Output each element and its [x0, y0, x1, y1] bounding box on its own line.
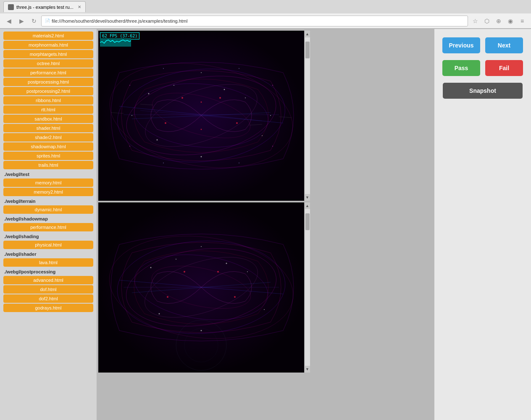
fail-button[interactable]: Fail — [485, 60, 523, 76]
sidebar-item[interactable]: sprites.html — [3, 152, 93, 160]
svg-point-26 — [201, 129, 202, 130]
nav-bar: ◀ ▶ ↻ 📄 file:///home/southerd/devel/sout… — [0, 13, 531, 29]
sidebar-section: ./webgl/test — [2, 170, 95, 178]
extensions-button[interactable]: ⬡ — [481, 16, 492, 26]
top-canvas-scrollbar[interactable]: ▲ ▼ — [304, 31, 310, 201]
sidebar-item[interactable]: trails.html — [3, 161, 93, 169]
scroll-track[interactable] — [305, 209, 310, 366]
sidebar-item[interactable]: lava.html — [3, 258, 93, 267]
right-panel: Previous Next Pass Fail Snapshot — [434, 29, 531, 420]
svg-point-52 — [247, 271, 248, 272]
sidebar-item[interactable]: octree.html — [3, 59, 93, 68]
sidebar-section: ./webgl/shading — [2, 232, 95, 240]
sidebar-item[interactable]: advanced.html — [3, 276, 93, 284]
bookmark-button[interactable]: ☆ — [470, 16, 481, 26]
nav-button-row: Previous Next — [441, 37, 524, 53]
snapshot-button[interactable]: Snapshot — [443, 83, 523, 99]
sidebar-item[interactable]: postprocessing.html — [3, 78, 93, 86]
sidebar-item[interactable]: rtt.html — [3, 105, 93, 114]
scroll-thumb[interactable] — [305, 213, 310, 230]
tab-close-button[interactable]: ✕ — [78, 5, 81, 9]
svg-point-49 — [150, 267, 152, 268]
svg-point-51 — [226, 263, 227, 264]
center-pane[interactable]: 62 FPS (37-62) — [97, 29, 434, 420]
sidebar-item[interactable]: materials2.html — [3, 32, 93, 40]
scroll-thumb[interactable] — [305, 42, 310, 58]
top-canvas-wrapper: 62 FPS (37-62) — [98, 31, 433, 201]
snapshot-row: Snapshot — [441, 83, 524, 99]
svg-point-25 — [201, 102, 202, 103]
svg-point-24 — [236, 122, 238, 124]
svg-point-32 — [272, 85, 273, 86]
pass-button[interactable]: Pass — [442, 60, 480, 76]
sidebar-item[interactable]: dof.html — [3, 285, 93, 294]
sidebar-item[interactable]: shadowmap.html — [3, 142, 93, 151]
tab-title: three.js - examples test ru... — [16, 5, 74, 10]
svg-point-55 — [201, 246, 202, 247]
settings-button[interactable]: ⊕ — [493, 16, 504, 26]
browser-tab[interactable]: three.js - examples test ru... ✕ — [3, 1, 86, 12]
scroll-up-arrow[interactable]: ▲ — [305, 202, 309, 209]
top-canvas: 62 FPS (37-62) — [98, 31, 304, 201]
title-bar: three.js - examples test ru... ✕ — [0, 0, 531, 13]
url-text: file:///home/southerd/devel/southerd/thr… — [52, 18, 187, 24]
sidebar-item[interactable]: morphtargets.html — [3, 50, 93, 58]
sidebar-item[interactable]: dof2.html — [3, 294, 93, 303]
address-bar[interactable]: 📄 file:///home/southerd/devel/southerd/t… — [41, 16, 468, 26]
next-button[interactable]: Next — [485, 37, 523, 53]
svg-point-54 — [264, 309, 265, 310]
forward-button[interactable]: ▶ — [16, 16, 27, 26]
sidebar[interactable]: materials2.html morphnormals.html morpht… — [0, 29, 97, 420]
svg-point-37 — [163, 163, 164, 163]
svg-point-50 — [176, 259, 176, 260]
sidebar-item[interactable]: ribbons.html — [3, 96, 93, 105]
svg-point-31 — [129, 85, 130, 86]
bottom-particle-art — [98, 202, 304, 373]
sidebar-item[interactable]: shader.html — [3, 124, 93, 132]
svg-point-11 — [148, 93, 150, 94]
sidebar-item[interactable]: memory.html — [3, 178, 93, 187]
sidebar-item[interactable]: postprocessing2.html — [3, 87, 93, 95]
svg-point-13 — [224, 89, 225, 90]
svg-point-22 — [219, 97, 221, 99]
svg-point-36 — [239, 68, 239, 69]
sidebar-item[interactable]: shader2.html — [3, 133, 93, 142]
theme-button[interactable]: ◉ — [505, 16, 516, 26]
sidebar-item[interactable]: performance.html — [3, 223, 93, 231]
lock-icon: 📄 — [45, 18, 50, 23]
menu-button[interactable]: ≡ — [517, 16, 528, 26]
bottom-canvas-scrollbar[interactable]: ▲ ▼ — [304, 202, 310, 373]
scroll-down-arrow[interactable]: ▼ — [305, 366, 309, 373]
svg-point-59 — [167, 296, 168, 298]
svg-point-34 — [272, 146, 273, 147]
back-button[interactable]: ◀ — [3, 16, 14, 26]
nav-right-icons: ☆ ⬡ ⊕ ◉ ≡ — [470, 16, 528, 26]
tab-favicon — [8, 4, 14, 10]
scroll-down-arrow[interactable]: ▼ — [305, 194, 309, 201]
main-content: materials2.html morphnormals.html morpht… — [0, 29, 531, 420]
sidebar-section: ./webgl/shader — [2, 250, 95, 257]
svg-point-15 — [157, 139, 158, 141]
sidebar-item[interactable]: physical.html — [3, 241, 93, 249]
previous-button[interactable]: Previous — [442, 37, 480, 53]
sidebar-item[interactable]: dynamic.html — [3, 205, 93, 214]
svg-point-33 — [129, 146, 130, 147]
svg-point-56 — [201, 330, 202, 331]
sidebar-item[interactable]: sandbox.html — [3, 115, 93, 123]
svg-point-35 — [163, 68, 164, 69]
scroll-track[interactable] — [305, 37, 310, 194]
sidebar-section: ./webgl/postprocessing — [2, 268, 95, 275]
sidebar-item[interactable]: godrays.html — [3, 304, 93, 312]
fps-graph — [100, 38, 131, 47]
sidebar-section: ./webgl/shadowmap — [2, 215, 95, 222]
pass-fail-row: Pass Fail — [441, 60, 524, 76]
reload-button[interactable]: ↻ — [29, 16, 39, 26]
scroll-up-arrow[interactable]: ▲ — [305, 31, 309, 37]
svg-point-21 — [181, 97, 183, 99]
sidebar-item[interactable]: memory2.html — [3, 188, 93, 196]
svg-point-53 — [159, 313, 160, 315]
svg-point-20 — [270, 115, 271, 116]
sidebar-item[interactable]: morphnormals.html — [3, 41, 93, 49]
sidebar-item[interactable]: performance.html — [3, 68, 93, 77]
svg-point-58 — [217, 271, 219, 273]
